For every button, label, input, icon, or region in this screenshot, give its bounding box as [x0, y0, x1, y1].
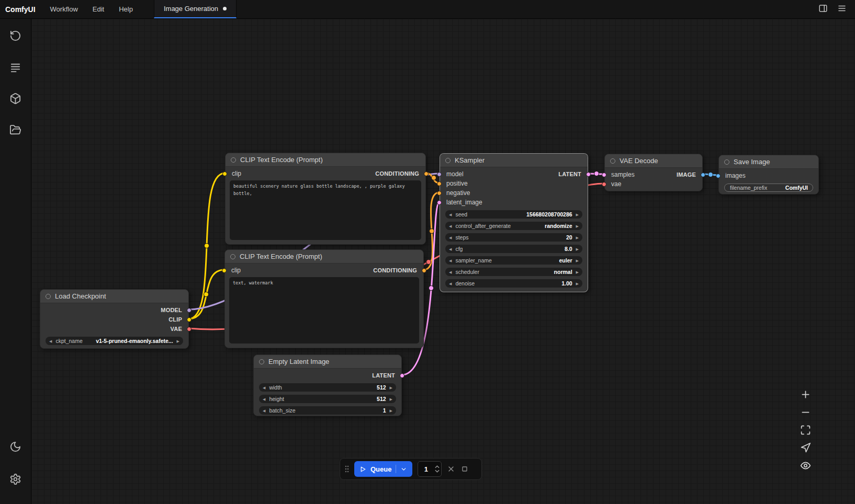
widget-scheduler[interactable]: ◀ scheduler normal ▶: [445, 268, 582, 276]
decrement-arrow-icon[interactable]: ◀: [263, 397, 265, 401]
workflows-folder-icon[interactable]: [0, 119, 31, 140]
node-title-bar[interactable]: VAE Decode: [605, 154, 702, 168]
decrement-arrow-icon[interactable]: ◀: [449, 224, 452, 228]
input-slot-samples[interactable]: [602, 173, 606, 177]
node-vae-decode[interactable]: VAE Decode samples IMAGE vae: [604, 154, 703, 191]
node-title-bar[interactable]: CLIP Text Encode (Prompt): [226, 153, 425, 167]
widget-steps[interactable]: ◀ steps 20 ▶: [445, 233, 582, 242]
output-slot-latent[interactable]: [400, 373, 404, 378]
decrement-arrow-icon[interactable]: ◀: [449, 236, 452, 239]
node-save-image[interactable]: Save Image images filename_prefix ComfyU…: [718, 155, 819, 194]
input-slot-positive[interactable]: [437, 181, 442, 186]
app-logo[interactable]: ComfyUI: [0, 0, 43, 18]
toggle-visibility-eye-icon[interactable]: [800, 460, 811, 471]
collapse-dot-icon[interactable]: [724, 159, 729, 165]
decrement-arrow-icon[interactable]: ◀: [449, 259, 452, 262]
queue-list-icon[interactable]: [0, 56, 31, 77]
node-title-bar[interactable]: Empty Latent Image: [254, 355, 401, 369]
menu-edit[interactable]: Edit: [85, 0, 111, 18]
tab-image-generation[interactable]: Image Generation: [154, 0, 237, 18]
increment-arrow-icon[interactable]: ▶: [576, 224, 579, 228]
menu-workflow[interactable]: Workflow: [43, 0, 85, 18]
node-title-bar[interactable]: Load Checkpoint: [40, 290, 188, 303]
model-library-icon[interactable]: [0, 88, 31, 109]
decrement-arrow-icon[interactable]: ◀: [263, 409, 265, 413]
output-slot-model[interactable]: [187, 308, 192, 313]
collapse-dot-icon[interactable]: [610, 158, 615, 164]
prompt-textarea[interactable]: text, watermark: [229, 277, 419, 343]
output-slot-image[interactable]: [701, 173, 705, 177]
increment-arrow-icon[interactable]: ▶: [576, 247, 579, 251]
widget-denoise[interactable]: ◀ denoise 1.00 ▶: [445, 279, 582, 288]
increment-arrow-icon[interactable]: ▶: [576, 282, 579, 285]
widget-control-after-generate[interactable]: ◀ control_after_generate randomize ▶: [445, 222, 582, 230]
hamburger-menu-icon[interactable]: [837, 4, 847, 15]
pan-navigation-icon[interactable]: [800, 442, 811, 453]
widget-sampler-name[interactable]: ◀ sampler_name euler ▶: [445, 256, 582, 265]
theme-moon-icon[interactable]: [0, 436, 31, 457]
stop-square-icon[interactable]: [460, 465, 469, 473]
input-slot-model[interactable]: [437, 172, 442, 177]
input-slot-clip[interactable]: [222, 268, 227, 273]
zoom-out-icon[interactable]: [800, 407, 811, 418]
batch-count-stepper[interactable]: 1: [418, 461, 442, 477]
decrement-arrow-icon[interactable]: ◀: [449, 213, 452, 216]
node-title-bar[interactable]: KSampler: [440, 154, 588, 167]
increment-arrow-icon[interactable]: ▶: [390, 386, 392, 390]
output-slot-conditioning[interactable]: [424, 171, 429, 176]
chevron-down-icon[interactable]: [400, 466, 407, 473]
widget-cfg[interactable]: ◀ cfg 8.0 ▶: [445, 245, 582, 253]
widget-width[interactable]: ◀ width 512 ▶: [259, 383, 396, 392]
step-up-icon[interactable]: [435, 465, 440, 468]
input-slot-negative[interactable]: [437, 191, 442, 196]
node-clip-text-encode-positive[interactable]: CLIP Text Encode (Prompt) clip CONDITION…: [225, 153, 426, 245]
node-clip-text-encode-negative[interactable]: CLIP Text Encode (Prompt) clip CONDITION…: [224, 249, 424, 348]
queue-button[interactable]: Queue: [354, 461, 412, 477]
decrement-arrow-icon[interactable]: ◀: [49, 339, 52, 343]
input-slot-vae[interactable]: [602, 182, 606, 187]
decrement-arrow-icon[interactable]: ◀: [449, 247, 452, 251]
increment-arrow-icon[interactable]: ▶: [576, 270, 579, 274]
prompt-textarea[interactable]: beautiful scenery nature glass bottle la…: [230, 180, 421, 240]
history-icon[interactable]: [0, 25, 31, 46]
increment-arrow-icon[interactable]: ▶: [576, 236, 579, 239]
widget-seed[interactable]: ◀ seed 156680208700286 ▶: [445, 210, 582, 219]
output-slot-vae[interactable]: [187, 327, 192, 331]
input-slot-images[interactable]: [716, 174, 721, 178]
toggle-panel-icon[interactable]: [818, 4, 828, 15]
decrement-arrow-icon[interactable]: ◀: [449, 282, 452, 285]
collapse-dot-icon[interactable]: [445, 158, 451, 163]
decrement-arrow-icon[interactable]: ◀: [449, 270, 452, 274]
collapse-dot-icon[interactable]: [230, 254, 235, 259]
step-down-icon[interactable]: [435, 469, 440, 473]
increment-arrow-icon[interactable]: ▶: [177, 339, 179, 343]
collapse-dot-icon[interactable]: [259, 359, 264, 364]
increment-arrow-icon[interactable]: ▶: [390, 397, 392, 401]
widget-filename-prefix[interactable]: filename_prefix ComfyUI: [724, 184, 813, 192]
increment-arrow-icon[interactable]: ▶: [576, 259, 579, 262]
node-title-bar[interactable]: CLIP Text Encode (Prompt): [225, 250, 423, 264]
increment-arrow-icon[interactable]: ▶: [576, 213, 579, 216]
increment-arrow-icon[interactable]: ▶: [390, 409, 392, 413]
zoom-in-icon[interactable]: [800, 389, 811, 400]
input-slot-clip[interactable]: [222, 171, 227, 176]
output-slot-latent[interactable]: [586, 172, 591, 177]
input-slot-latent-image[interactable]: [437, 200, 442, 205]
collapse-dot-icon[interactable]: [231, 157, 236, 163]
node-ksampler[interactable]: KSampler model LATENT positive negative …: [440, 153, 588, 292]
settings-gear-icon[interactable]: [0, 468, 31, 489]
clear-queue-x-icon[interactable]: [447, 465, 455, 473]
output-slot-conditioning[interactable]: [422, 268, 426, 273]
node-title-bar[interactable]: Save Image: [719, 155, 818, 169]
menu-help[interactable]: Help: [111, 0, 140, 18]
output-slot-clip[interactable]: [187, 317, 192, 322]
node-load-checkpoint[interactable]: Load Checkpoint MODEL CLIP VAE ◀ ckpt_na…: [40, 289, 189, 349]
drag-handle-icon[interactable]: [345, 465, 349, 473]
widget-batch-size[interactable]: ◀ batch_size 1 ▶: [259, 406, 396, 415]
widget-height[interactable]: ◀ height 512 ▶: [259, 395, 396, 403]
fit-view-icon[interactable]: [800, 425, 811, 436]
node-empty-latent-image[interactable]: Empty Latent Image LATENT ◀ width 512 ▶ …: [253, 354, 402, 416]
widget-ckpt-name[interactable]: ◀ ckpt_name v1-5-pruned-emaonly.safete..…: [46, 337, 183, 345]
collapse-dot-icon[interactable]: [46, 294, 51, 299]
decrement-arrow-icon[interactable]: ◀: [263, 386, 265, 390]
